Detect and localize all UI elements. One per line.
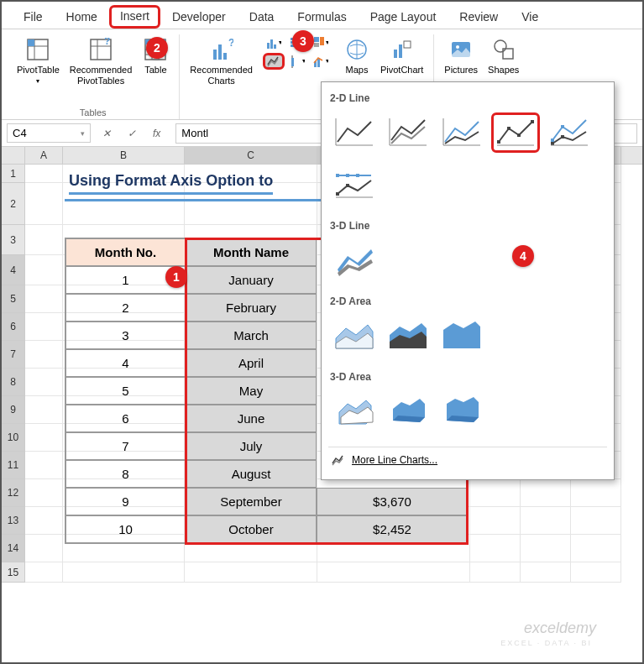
recommended-charts-button[interactable]: ? Recommended Charts [186, 34, 256, 88]
cell-G15[interactable] [571, 562, 621, 583]
cell-A10[interactable] [25, 424, 63, 452]
row-header-13[interactable]: 13 [2, 507, 25, 535]
3d-area-option-1[interactable] [330, 391, 379, 431]
3d-line-option[interactable] [330, 240, 379, 280]
cell-A14[interactable] [25, 535, 63, 562]
cell-F15[interactable] [521, 562, 571, 583]
cell-value[interactable]: $2,452 [317, 515, 468, 543]
cell-month-name[interactable]: August [186, 460, 317, 488]
col-header-b[interactable]: B [63, 147, 185, 164]
cell-month-name[interactable]: May [186, 377, 317, 405]
row-header-10[interactable]: 10 [2, 424, 25, 452]
cell-month-name[interactable]: March [186, 322, 317, 349]
maps-button[interactable]: Maps [340, 34, 374, 77]
enter-formula-button[interactable]: ✓ [123, 128, 141, 139]
cell-A5[interactable] [25, 285, 63, 313]
cell-month-no[interactable]: 4 [65, 349, 186, 377]
3d-area-option-2[interactable] [384, 391, 432, 431]
row-header-11[interactable]: 11 [2, 452, 25, 479]
cell-month-no[interactable]: 5 [65, 377, 186, 405]
cancel-formula-button[interactable]: ✕ [97, 128, 116, 139]
tab-developer[interactable]: Developer [160, 5, 238, 29]
shapes-button[interactable]: Shapes [484, 34, 522, 77]
cell-E15[interactable] [470, 562, 521, 583]
recommended-pivottables-button[interactable]: ? Recommended PivotTables [66, 34, 136, 88]
line-chart-button[interactable]: ▾ [263, 53, 285, 70]
cell-month-name[interactable]: September [186, 488, 317, 515]
tab-review[interactable]: Review [448, 5, 510, 29]
select-all-corner[interactable] [2, 147, 25, 164]
tab-data[interactable]: Data [238, 5, 286, 29]
cell-F13[interactable] [521, 507, 571, 535]
statistic-chart-button[interactable]: ▾ [286, 53, 308, 70]
cell-F14[interactable] [521, 535, 571, 562]
row-header-4[interactable]: 4 [2, 255, 25, 285]
3d-area-option-3[interactable] [437, 391, 486, 431]
row-header-5[interactable]: 5 [2, 285, 25, 313]
cell-month-no[interactable]: 7 [65, 432, 186, 460]
row-header-15[interactable]: 15 [2, 562, 25, 583]
combo-chart-button[interactable]: ▾ [310, 53, 332, 70]
pictures-button[interactable]: Pictures [441, 34, 481, 77]
row-header-8[interactable]: 8 [2, 369, 25, 396]
cell-G12[interactable] [571, 479, 621, 507]
cell-G13[interactable] [571, 507, 621, 535]
cell-month-name[interactable]: February [186, 294, 317, 322]
cell-C15[interactable] [185, 562, 317, 583]
row-header-9[interactable]: 9 [2, 396, 25, 424]
line-chart-option-6[interactable] [330, 165, 379, 205]
name-box[interactable]: C4 ▾ [7, 123, 91, 143]
row-header-7[interactable]: 7 [2, 341, 25, 369]
row-header-6[interactable]: 6 [2, 313, 25, 341]
line-chart-option-5[interactable] [545, 112, 594, 153]
more-line-charts-link[interactable]: More Line Charts... [328, 447, 607, 473]
column-chart-button[interactable]: ▾ [263, 34, 285, 51]
cell-F12[interactable] [521, 479, 571, 507]
cell-A8[interactable] [25, 369, 63, 396]
tab-pagelayout[interactable]: Page Layout [359, 5, 448, 29]
row-header-14[interactable]: 14 [2, 535, 25, 562]
cell-E14[interactable] [470, 535, 521, 562]
cell-month-name[interactable]: June [186, 405, 317, 432]
cell-month-name[interactable]: April [186, 349, 317, 377]
row-header-1[interactable]: 1 [2, 165, 25, 183]
fx-button[interactable]: fx [148, 128, 165, 139]
line-chart-markers-option[interactable] [491, 112, 540, 153]
cell-A9[interactable] [25, 396, 63, 424]
cell-month-no[interactable]: 10 [65, 515, 186, 543]
cell-month-no[interactable]: 2 [65, 294, 186, 322]
line-chart-option-2[interactable] [384, 112, 432, 153]
cell-B15[interactable] [63, 562, 185, 583]
area-option-2[interactable] [384, 316, 432, 356]
cell-month-name[interactable]: July [186, 432, 317, 460]
cell-E13[interactable] [470, 507, 521, 535]
cell-month-no[interactable]: 8 [65, 460, 186, 488]
cell-month-no[interactable]: 9 [65, 488, 186, 515]
cell-A7[interactable] [25, 341, 63, 369]
cell-G14[interactable] [571, 535, 621, 562]
area-option-3[interactable] [437, 316, 486, 356]
line-chart-option-3[interactable] [437, 112, 486, 153]
cell-A1[interactable] [25, 165, 63, 183]
cell-D15[interactable] [317, 562, 470, 583]
cell-A15[interactable] [25, 562, 63, 583]
col-header-c[interactable]: C [185, 147, 317, 164]
row-header-2[interactable]: 2 [2, 183, 25, 225]
header-month-no[interactable]: Month No. [65, 238, 186, 266]
tab-insert[interactable]: Insert [109, 5, 160, 29]
cell-E12[interactable] [470, 479, 521, 507]
pivottable-button[interactable]: PivotTable ▾ [13, 34, 63, 87]
cell-A11[interactable] [25, 452, 63, 479]
area-option-1[interactable] [330, 316, 379, 356]
cell-A4[interactable] [25, 255, 63, 285]
cell-A12[interactable] [25, 479, 63, 507]
row-header-3[interactable]: 3 [2, 225, 25, 255]
pivotchart-button[interactable]: PivotChart [377, 34, 427, 77]
cell-A13[interactable] [25, 507, 63, 535]
cell-A6[interactable] [25, 313, 63, 341]
cell-A2[interactable] [25, 183, 63, 225]
col-header-a[interactable]: A [25, 147, 63, 164]
tab-home[interactable]: Home [55, 5, 109, 29]
tab-file[interactable]: File [12, 5, 55, 29]
line-chart-option-1[interactable] [330, 112, 379, 153]
